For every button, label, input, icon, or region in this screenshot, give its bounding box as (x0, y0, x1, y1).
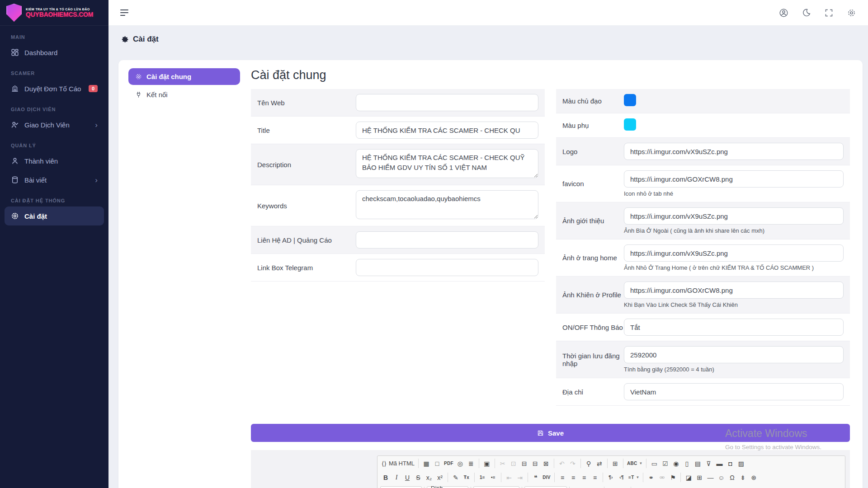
blockquote-icon[interactable]: ❝ (530, 472, 541, 483)
find-icon[interactable]: ⚲ (583, 458, 594, 469)
new-page-icon[interactable]: □ (432, 458, 443, 469)
subscript-icon[interactable]: x₂ (424, 472, 434, 483)
select-all-icon[interactable]: ⊞ (610, 458, 621, 469)
sidebar-item-label: Dashboard (24, 49, 57, 56)
sidebar-section-label: CÀI ĐẶT HỆ THỐNG (0, 189, 108, 206)
paste-word-icon[interactable]: ⊠ (541, 458, 552, 469)
underline-icon[interactable]: U (402, 472, 413, 483)
print-icon[interactable]: ≣ (466, 458, 476, 469)
align-center-icon[interactable]: ≡ (568, 472, 579, 483)
sidebar-item-giao-dich-vien[interactable]: Giao Dịch Viên› (0, 115, 108, 134)
sidebar-item-bai-viet[interactable]: Bài viết› (0, 170, 108, 189)
format-select[interactable]: Định dạng▼ (427, 486, 468, 488)
color-swatch-mau-chu-dao[interactable] (624, 94, 636, 106)
sidebar-item-thanh-vien[interactable]: Thành viên (0, 151, 108, 170)
language-icon[interactable]: ≡T▼ (627, 472, 641, 483)
sidebar-item-cai-dat[interactable]: Cài đặt (5, 206, 104, 225)
field-input-favicon[interactable] (624, 170, 844, 188)
paste-text-icon[interactable]: ⊟ (530, 458, 541, 469)
checkbox-icon[interactable]: ☑ (660, 458, 670, 469)
font-select[interactable]: Phông▼ (473, 486, 519, 488)
copy-format-icon[interactable]: ✎ (450, 472, 461, 483)
italic-icon[interactable]: I (391, 472, 402, 483)
page-break-icon[interactable]: ⇟ (737, 472, 748, 483)
field-input-dia-chi[interactable] (624, 383, 844, 400)
div-container-icon[interactable]: DIV (541, 472, 552, 483)
bullet-list-icon[interactable]: •≡ (488, 472, 499, 483)
preview-icon[interactable]: ◎ (455, 458, 466, 469)
bold-icon[interactable]: B (380, 472, 391, 483)
replace-icon[interactable]: ⇄ (594, 458, 605, 469)
textarea-icon[interactable]: ▤ (692, 458, 703, 469)
export-pdf-icon[interactable]: PDF (443, 458, 455, 469)
special-char-icon[interactable]: Ω (726, 472, 737, 483)
field-input-link-box-telegram[interactable] (356, 259, 538, 276)
bg-color-icon[interactable]: A▼ (585, 486, 602, 488)
fullscreen-icon[interactable] (824, 8, 834, 18)
editor-toolbar-row-2: BIUSx₂x²✎Ŧx1≡•≡⇤⇥❝DIV≡≡≡≡¶›‹¶≡T▼⚭⚮⚑◪⊞―☺Ω… (377, 471, 845, 485)
show-blocks-icon[interactable]: ▤ (618, 486, 628, 488)
button-field-icon[interactable]: ▬ (714, 458, 725, 469)
align-right-icon[interactable]: ≡ (579, 472, 590, 483)
brand-logo[interactable]: KIỂM TRA UY TÍN & TỐ CÁO LỪA ĐẢO QUYBAOH… (0, 0, 108, 26)
styles-select[interactable]: Kiểu▼ (380, 486, 422, 488)
size-select[interactable]: Cỡ chữ▼ (524, 486, 567, 488)
align-justify-icon[interactable]: ≡ (590, 472, 600, 483)
smiley-icon[interactable]: ☺ (716, 472, 726, 483)
superscript-icon[interactable]: x² (434, 472, 445, 483)
align-left-icon[interactable]: ≡ (557, 472, 568, 483)
settings-gear-icon[interactable] (847, 8, 856, 18)
field-input-onoff-thong-bao[interactable] (624, 319, 844, 336)
field-input-anh-o-trang-home[interactable] (624, 244, 844, 262)
field-label-dia-chi: Địa chỉ (556, 388, 624, 396)
link-icon[interactable]: ⚭ (646, 472, 656, 483)
hidden-field-icon[interactable]: ▨ (736, 458, 746, 469)
image-button-icon[interactable]: ◘ (725, 458, 736, 469)
field-input-keywords[interactable] (356, 190, 538, 219)
bidi-ltr-icon[interactable]: ¶› (605, 472, 616, 483)
field-input-anh-gioi-thieu[interactable] (624, 207, 844, 225)
sidebar: KIỂM TRA UY TÍN & TỐ CÁO LỪA ĐẢO QUYBAOH… (0, 0, 108, 488)
bidi-rtl-icon[interactable]: ‹¶ (616, 472, 627, 483)
maximize-icon[interactable]: ✥ (607, 486, 618, 488)
color-swatch-mau-phu[interactable] (624, 118, 636, 131)
strike-icon[interactable]: S (413, 472, 424, 483)
tab-ket-noi[interactable]: Kết nối (128, 85, 240, 104)
field-input-lien-he-ad[interactable] (356, 231, 538, 249)
form-icon[interactable]: ▭ (649, 458, 660, 469)
undo-icon: ↶ (557, 458, 567, 469)
templates-icon[interactable]: ▣ (481, 458, 492, 469)
dark-mode-moon-icon[interactable] (802, 8, 811, 18)
sidebar-section-label: QUẢN LÝ (0, 134, 108, 151)
help-icon[interactable]: ? (633, 486, 644, 488)
outdent-icon: ⇤ (504, 472, 514, 483)
radio-icon[interactable]: ◉ (670, 458, 681, 469)
field-input-title[interactable] (356, 122, 538, 139)
field-input-thoi-gian-luu-dang-nhap[interactable] (624, 346, 844, 363)
field-input-anh-khien-o-profile[interactable] (624, 282, 844, 299)
select-field-icon[interactable]: ⊽ (703, 458, 714, 469)
menu-toggle-icon[interactable] (120, 9, 128, 16)
iframe-icon[interactable]: ⊛ (748, 472, 759, 483)
field-input-ten-web[interactable] (356, 94, 538, 111)
field-input-description[interactable] (356, 149, 538, 178)
field-input-logo[interactable] (624, 143, 844, 160)
text-color-icon[interactable]: A▼ (572, 486, 585, 488)
user-account-icon[interactable] (779, 8, 788, 18)
hr-icon[interactable]: ― (705, 472, 716, 483)
spellcheck-icon[interactable]: ABC▼ (626, 458, 644, 469)
paste-icon[interactable]: ⊟ (519, 458, 530, 469)
source-icon[interactable]: ⟨⟩Mã HTML (380, 458, 416, 469)
anchor-icon[interactable]: ⚑ (667, 472, 678, 483)
numbered-list-icon[interactable]: 1≡ (477, 472, 488, 483)
image-icon[interactable]: ◪ (683, 472, 694, 483)
save-icon[interactable]: ▦ (421, 458, 432, 469)
save-button[interactable]: Save (251, 424, 850, 442)
sidebar-item-dashboard[interactable]: Dashboard (0, 43, 108, 62)
remove-format-icon[interactable]: Ŧx (461, 472, 472, 483)
textfield-icon[interactable]: ▯ (681, 458, 692, 469)
tab-cai-dat-chung[interactable]: Cài đặt chung (128, 68, 240, 85)
toolbar-separator (646, 459, 646, 468)
sidebar-item-duyet-don-to-cao[interactable]: Duyệt Đơn Tố Cáo0 (0, 79, 108, 98)
table-icon[interactable]: ⊞ (694, 472, 705, 483)
